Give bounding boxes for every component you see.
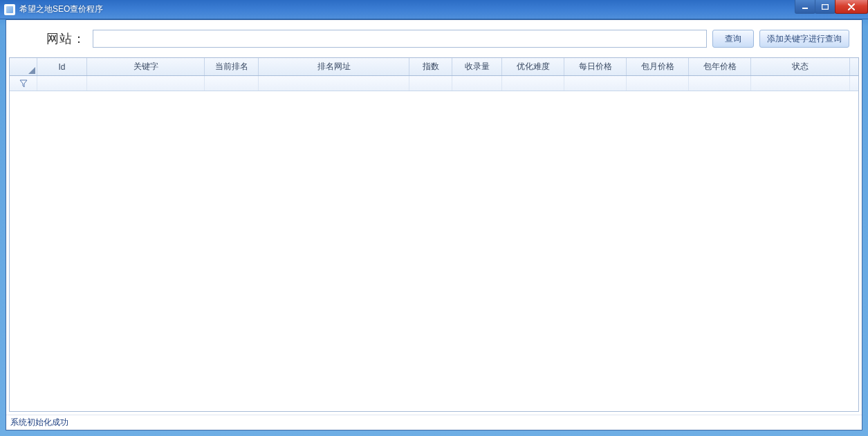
window-controls [795,0,868,14]
site-label: 网站： [46,30,86,47]
minimize-button[interactable] [795,0,815,14]
filter-cell-rank-url[interactable] [259,76,409,91]
site-input[interactable] [93,30,707,48]
column-header-rank-url[interactable]: 排名网址 [259,58,409,75]
filter-cell-current-rank[interactable] [205,76,259,91]
filter-cell-yearly-price[interactable] [689,76,751,91]
filter-cell-keyword[interactable] [87,76,205,91]
column-header-current-rank[interactable]: 当前排名 [205,58,259,75]
filter-cell-daily-price[interactable] [564,76,627,91]
filter-cell-included[interactable] [452,76,502,91]
column-header-daily-price[interactable]: 每日价格 [564,58,627,75]
filter-cell-padding [850,76,858,91]
column-header-yearly-price[interactable]: 包年价格 [689,58,751,75]
column-header-padding [850,58,858,75]
grid-header-row: Id 关键字 当前排名 排名网址 指数 收录量 优化难度 每日价格 包月价格 包… [10,58,858,76]
filter-cell-index[interactable] [409,76,452,91]
svg-rect-1 [822,4,829,9]
app-icon [4,4,15,15]
close-button[interactable] [835,0,868,14]
filter-cell-difficulty[interactable] [502,76,564,91]
column-header-index[interactable]: 指数 [409,58,452,75]
filter-cell-id[interactable] [37,76,87,91]
svg-rect-0 [802,8,808,9]
window-title: 希望之地SEO查价程序 [19,3,103,15]
column-header-included[interactable]: 收录量 [452,58,502,75]
grid-select-all-corner[interactable] [10,58,37,75]
column-header-keyword[interactable]: 关键字 [87,58,205,75]
column-header-difficulty[interactable]: 优化难度 [502,58,564,75]
filter-cell-monthly-price[interactable] [627,76,689,91]
search-panel: 网站： 查询 添加关键字进行查询 [6,20,862,57]
window-titlebar: 希望之地SEO查价程序 [0,0,868,19]
filter-icon[interactable] [10,76,37,91]
window-frame: 网站： 查询 添加关键字进行查询 Id 关键字 当前排名 排名网址 指数 收录量… [6,19,862,430]
client-area: 网站： 查询 添加关键字进行查询 Id 关键字 当前排名 排名网址 指数 收录量… [6,19,862,430]
filter-cell-status[interactable] [751,76,850,91]
grid-filter-row [10,76,858,91]
results-grid: Id 关键字 当前排名 排名网址 指数 收录量 优化难度 每日价格 包月价格 包… [9,57,859,412]
column-header-id[interactable]: Id [37,58,87,75]
column-header-status[interactable]: 状态 [751,58,850,75]
grid-body [10,91,858,411]
query-button[interactable]: 查询 [712,30,754,48]
column-header-monthly-price[interactable]: 包月价格 [627,58,689,75]
status-bar: 系统初始化成功 [6,415,862,430]
add-keyword-query-button[interactable]: 添加关键字进行查询 [759,30,849,48]
status-text: 系统初始化成功 [10,417,68,428]
maximize-button[interactable] [815,0,835,14]
